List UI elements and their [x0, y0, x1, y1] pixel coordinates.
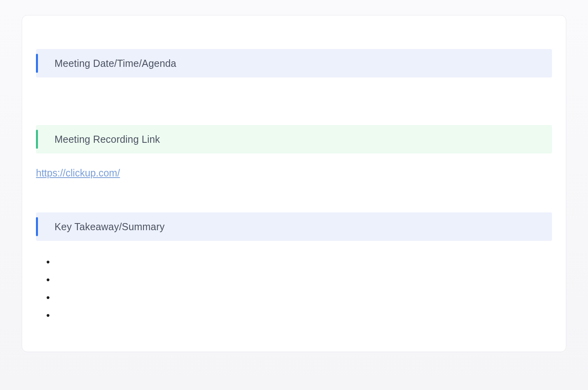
document-card: Meeting Date/Time/Agenda Meeting Recordi…	[22, 15, 566, 352]
list-item[interactable]	[48, 292, 552, 310]
callout-title: Meeting Date/Time/Agenda	[38, 58, 176, 69]
list-item[interactable]	[48, 257, 552, 275]
list-item[interactable]	[48, 275, 552, 292]
callout-recording: Meeting Recording Link	[36, 125, 552, 153]
spacer	[36, 85, 552, 125]
callout-meeting-info: Meeting Date/Time/Agenda	[36, 49, 552, 78]
recording-link-row: https://clickup.com/	[36, 167, 552, 179]
callout-title: Meeting Recording Link	[38, 134, 160, 145]
callout-title: Key Takeaway/Summary	[38, 221, 165, 233]
callout-summary: Key Takeaway/Summary	[36, 212, 552, 241]
summary-bullet-list	[36, 257, 552, 328]
list-item[interactable]	[48, 310, 552, 328]
recording-link[interactable]: https://clickup.com/	[36, 167, 120, 178]
